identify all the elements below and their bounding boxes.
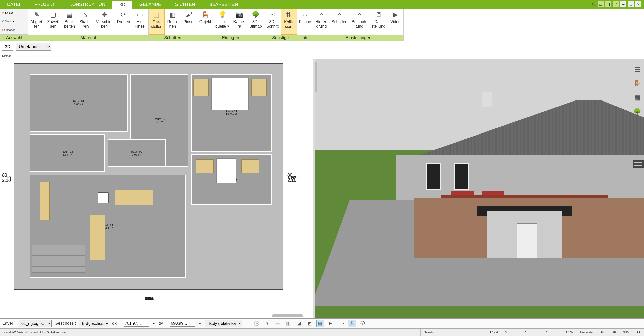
dx-label: dx = xyxy=(112,321,121,326)
ribbon-btn-bear-beiten[interactable]: ▤Bear- beiten xyxy=(62,9,78,35)
sun-icon[interactable]: ☀ xyxy=(264,320,271,327)
ribbon-btn-drehen[interactable]: ⟳Drehen xyxy=(115,9,132,35)
menu-tab-konstruktion[interactable]: KONSTRUKTION xyxy=(62,0,112,9)
maximize-icon[interactable]: □ xyxy=(628,1,634,7)
dy-input[interactable] xyxy=(170,320,195,327)
ribbon-icon: ✂ xyxy=(268,10,277,19)
ribbon-btn-abgrei-fen[interactable]: ✎Abgrei- fen xyxy=(28,9,45,35)
snap-ortho-icon[interactable]: ◩ xyxy=(306,320,313,327)
vscroll-thumb[interactable] xyxy=(315,62,317,92)
window-btn-2[interactable]: ❐ xyxy=(605,1,611,7)
options-button[interactable]: + Optionen xyxy=(0,26,28,35)
clock-icon[interactable]: 🕒 xyxy=(253,320,260,327)
ribbon-btn-fl-che[interactable]: ▱Fläche xyxy=(297,9,313,35)
floor-label: Geschoss : xyxy=(55,321,76,326)
furniture[interactable] xyxy=(40,182,50,220)
bed[interactable] xyxy=(211,78,249,110)
menu-tab-3d[interactable]: 3D xyxy=(112,0,132,9)
splitter[interactable] xyxy=(313,59,315,318)
ribbon-btn-hin-pinsel[interactable]: ▭Hin. Pinsel xyxy=(132,9,148,35)
snap-grid-icon[interactable]: ▦ xyxy=(316,320,324,327)
ribbon-btn-rech-nen[interactable]: ◧Rech- nen xyxy=(165,9,181,35)
ribbon-btn-schatten[interactable]: ⌂Schatten xyxy=(330,9,349,35)
room-r90[interactable]: Raum 902,07 m² xyxy=(108,139,166,167)
ribbon-btn-dar-stellen[interactable]: ▦Dar- stellen xyxy=(149,9,165,35)
terrain-select[interactable]: Urgelände xyxy=(16,43,51,51)
ribbon-group-info: ▱FlächeInfo xyxy=(297,9,313,41)
washer[interactable] xyxy=(98,192,109,203)
furniture[interactable] xyxy=(193,79,209,96)
info-toggle-icon[interactable]: ⓘ xyxy=(359,320,366,327)
bed[interactable] xyxy=(216,158,236,183)
ribbon-btn-verschie-ben[interactable]: ✥Verschie- ben xyxy=(94,9,115,35)
menu-tab-sichten[interactable]: SICHTEN xyxy=(168,0,202,9)
ribbon-label: 3D- Bitmap xyxy=(249,20,262,29)
menu-tab-projekt[interactable]: PROJEKT xyxy=(27,0,62,9)
ribbon-btn-zuwei-sen[interactable]: ▢Zuwei- sen xyxy=(45,9,62,35)
ribbon-btn-video[interactable]: ▶Video xyxy=(387,9,403,35)
ribbon-icon: 📷 xyxy=(235,10,244,19)
grid-dots-icon[interactable]: ⋮⋮ xyxy=(338,320,345,327)
ribbon-label: Zuwei- sen xyxy=(47,20,60,29)
coord-mode-select[interactable]: dx,dy (relativ ka xyxy=(205,320,242,327)
ribbon-btn-kolli-sion[interactable]: ⇅Kolli- sion xyxy=(281,9,297,35)
minimize-icon[interactable]: – xyxy=(620,1,626,7)
select-mode-button[interactable]: ▭ Selekt xyxy=(0,9,28,17)
ribbon-icon: ⤡ xyxy=(81,10,90,19)
ribbon-btn-skalie-ren[interactable]: ⤡Skalie- ren xyxy=(78,9,94,35)
floorplan-canvas[interactable]: Raum 918,85 m²Raum 869,98 m²Raum 8413,00… xyxy=(14,63,283,290)
ribbon-btn-3d-schnitt[interactable]: ✂3D- Schnitt xyxy=(264,9,281,35)
pane-3d[interactable]: ☰ 🪑 ▦ 🌳 xyxy=(315,59,644,318)
room-area: 8,85 m² xyxy=(74,103,83,106)
ribbon-btn-kame-ra[interactable]: 📷Kame- ra xyxy=(231,9,247,35)
print-icon[interactable]: 🖶 xyxy=(274,320,282,327)
floor-select[interactable]: Erdgeschos xyxy=(79,320,109,327)
menu-tab-bearbeiten[interactable]: BEARBEITEN xyxy=(202,0,245,9)
snap-angle-icon[interactable]: ◢ xyxy=(295,320,303,327)
room-r92[interactable]: Raum 926,64 m² xyxy=(30,134,105,172)
furniture[interactable] xyxy=(241,159,259,173)
furniture[interactable] xyxy=(196,159,214,173)
paintbrush-icon[interactable]: ✎ xyxy=(590,1,596,7)
plants-icon[interactable]: 🌳 xyxy=(632,107,642,116)
ribbon-btn-hinter-grund[interactable]: ⌂Hinter- grund xyxy=(313,9,330,35)
hscroll-thumb[interactable] xyxy=(272,314,303,317)
ribbon-btn-objekt[interactable]: 🪑Objekt xyxy=(197,9,213,35)
menu-tab-datei[interactable]: DATEI xyxy=(0,0,27,9)
ribbon-btn-pinsel[interactable]: 🖌Pinsel xyxy=(181,9,197,35)
menu-tab-gelände[interactable]: GELÄNDE xyxy=(132,0,168,9)
layer-label: Layer : xyxy=(3,321,16,326)
grid-icon[interactable]: ⊞ xyxy=(327,320,335,327)
ribbon-group-einfügen: 🪑Objekt💡Licht- quelle ▾📷Kame- ra🌳3D- Bit… xyxy=(197,9,264,41)
ribbon-btn-licht-quelle-[interactable]: 💡Licht- quelle ▾ xyxy=(213,9,231,35)
help-icon[interactable]: ? xyxy=(613,1,619,7)
room-area: 13,00 m² xyxy=(226,113,237,116)
view-chip-3d[interactable]: 3D xyxy=(2,43,13,51)
layers-icon[interactable]: ☰ xyxy=(632,64,642,74)
materials-icon[interactable]: ▦ xyxy=(632,93,642,102)
north-icon[interactable]: Ⓝ xyxy=(348,320,356,327)
ribbon-btn-3d-bitmap[interactable]: 🌳3D- Bitmap xyxy=(247,9,264,35)
menu-right-cluster: ✎ ▭ ❐ ? – □ × xyxy=(590,0,644,9)
furniture[interactable] xyxy=(251,79,267,96)
pane-2d[interactable]: Raum 918,85 m²Raum 869,98 m²Raum 8413,00… xyxy=(0,59,313,318)
rug[interactable] xyxy=(32,245,85,273)
furniture-icon[interactable]: 🪑 xyxy=(632,79,642,88)
ribbon-group-material: ✎Abgrei- fen▢Zuwei- sen▤Bear- beiten⤡Ska… xyxy=(28,9,149,41)
window-btn-1[interactable]: ▭ xyxy=(598,1,604,7)
mark-mode-button[interactable]: ✔ Mark. ▾ xyxy=(0,17,28,26)
ribbon-btn-dar-stellung[interactable]: 🖥Dar- stellung xyxy=(369,9,387,35)
layer-select[interactable]: 01_ug,eg,o… xyxy=(19,320,52,327)
ribbon-icon: ◧ xyxy=(168,10,177,19)
sofa[interactable] xyxy=(90,215,105,260)
sofa[interactable] xyxy=(115,190,153,205)
ribbon-label: Objekt xyxy=(199,20,211,24)
room-r91[interactable]: Raum 918,85 m² xyxy=(30,74,128,132)
layers-toggle-icon[interactable]: ▥ xyxy=(285,320,292,327)
ribbon-btn-beleuch-tung[interactable]: ⌂Beleuch- tung xyxy=(349,9,369,35)
pane-collapse-handle[interactable] xyxy=(633,160,644,168)
ribbon-left-column: ▭ Selekt ✔ Mark. ▾ + Optionen Auswahl xyxy=(0,9,28,41)
mark-icon: ✔ xyxy=(2,20,4,23)
dx-input[interactable] xyxy=(124,320,149,327)
close-icon[interactable]: × xyxy=(635,1,641,7)
